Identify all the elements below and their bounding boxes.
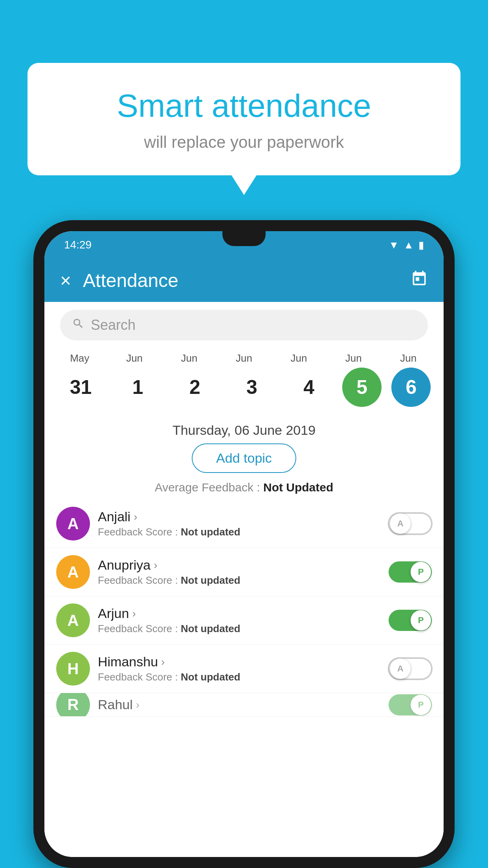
student-name-himanshu: Himanshu › xyxy=(98,654,381,669)
status-icons: ▼ ▲ ▮ xyxy=(389,239,424,251)
phone-screen: 14:29 ▼ ▲ ▮ × Attendance xyxy=(44,231,444,857)
month-6[interactable]: Jun xyxy=(385,352,432,364)
student-info-anupriya: Anupriya › Feedback Score : Not updated xyxy=(98,557,381,587)
wifi-icon: ▼ xyxy=(389,239,399,251)
student-item-anupriya[interactable]: A Anupriya › Feedback Score : Not update… xyxy=(44,548,444,596)
calendar-icon[interactable] xyxy=(411,270,428,291)
search-bar[interactable]: Search xyxy=(60,310,428,340)
month-3[interactable]: Jun xyxy=(220,352,268,364)
toggle-himanshu[interactable]: A xyxy=(389,658,432,679)
student-item-rahul[interactable]: R Rahul › P xyxy=(44,693,444,717)
search-icon xyxy=(72,317,84,333)
avatar-arjun: A xyxy=(56,603,90,637)
search-placeholder: Search xyxy=(91,317,136,333)
avatar-himanshu: H xyxy=(56,652,90,686)
battery-icon: ▮ xyxy=(418,239,424,251)
student-info-rahul: Rahul › xyxy=(98,697,381,712)
chevron-anjali: › xyxy=(134,511,137,523)
month-5[interactable]: Jun xyxy=(330,352,377,364)
bubble-title: Smart attendance xyxy=(59,86,429,125)
student-feedback-anupriya: Feedback Score : Not updated xyxy=(98,574,381,587)
student-item-arjun[interactable]: A Arjun › Feedback Score : Not updated xyxy=(44,596,444,645)
student-name-arjun: Arjun › xyxy=(98,606,381,621)
student-info-arjun: Arjun › Feedback Score : Not updated xyxy=(98,606,381,635)
student-info-anjali: Anjali › Feedback Score : Not updated xyxy=(98,509,381,538)
content-area: Thursday, 06 June 2019 Add topic Average… xyxy=(44,415,444,857)
date-31[interactable]: 31 xyxy=(57,376,105,399)
notch-cutout xyxy=(222,231,266,246)
app-header: × Attendance xyxy=(44,259,444,302)
toggle-arjun[interactable]: P xyxy=(389,610,432,631)
date-2[interactable]: 2 xyxy=(171,376,218,399)
avg-feedback-label: Average Feedback : xyxy=(155,481,260,494)
status-time: 14:29 xyxy=(64,239,92,251)
toggle-anupriya[interactable]: P xyxy=(389,561,432,583)
student-item-anjali[interactable]: A Anjali › Feedback Score : Not updated xyxy=(44,500,444,548)
toggle-rahul[interactable]: P xyxy=(389,694,432,715)
student-list: A Anjali › Feedback Score : Not updated xyxy=(44,500,444,857)
date-1[interactable]: 1 xyxy=(114,376,161,399)
student-item-himanshu[interactable]: H Himanshu › Feedback Score : Not update… xyxy=(44,645,444,693)
chevron-anupriya: › xyxy=(154,559,157,572)
selected-date: Thursday, 06 June 2019 xyxy=(44,415,444,443)
date-4[interactable]: 4 xyxy=(285,376,332,399)
chevron-rahul: › xyxy=(136,699,139,711)
avatar-anjali: A xyxy=(56,507,90,541)
close-button[interactable]: × xyxy=(60,270,71,291)
student-info-himanshu: Himanshu › Feedback Score : Not updated xyxy=(98,654,381,683)
date-6-selected-blue[interactable]: 6 xyxy=(391,368,431,407)
search-container: Search xyxy=(44,302,444,348)
status-bar: 14:29 ▼ ▲ ▮ xyxy=(44,231,444,259)
student-name-rahul: Rahul › xyxy=(98,697,381,712)
date-numbers-row: 31 1 2 3 4 5 6 xyxy=(52,368,436,407)
chevron-himanshu: › xyxy=(161,656,165,668)
student-feedback-himanshu: Feedback Score : Not updated xyxy=(98,671,381,683)
month-4[interactable]: Jun xyxy=(275,352,322,364)
month-2[interactable]: Jun xyxy=(166,352,213,364)
toggle-thumb-arjun: P xyxy=(411,610,431,631)
avg-feedback-value: Not Updated xyxy=(263,481,333,494)
speech-bubble-container: Smart attendance will replace your paper… xyxy=(28,63,460,175)
toggle-thumb-rahul: P xyxy=(411,695,431,715)
toggle-thumb-anjali: A xyxy=(390,513,411,534)
date-selector: May Jun Jun Jun Jun Jun Jun 31 1 2 3 4 5… xyxy=(44,348,444,415)
speech-bubble: Smart attendance will replace your paper… xyxy=(28,63,460,175)
student-feedback-anjali: Feedback Score : Not updated xyxy=(98,526,381,538)
month-1[interactable]: Jun xyxy=(111,352,158,364)
student-feedback-arjun: Feedback Score : Not updated xyxy=(98,623,381,635)
bubble-subtitle: will replace your paperwork xyxy=(59,133,429,152)
student-name-anjali: Anjali › xyxy=(98,509,381,524)
toggle-thumb-himanshu: A xyxy=(390,658,411,679)
avatar-rahul: R xyxy=(56,693,90,717)
phone-outer: 14:29 ▼ ▲ ▮ × Attendance xyxy=(33,220,455,868)
app-title: Attendance xyxy=(83,270,411,291)
date-5-selected-green[interactable]: 5 xyxy=(342,368,382,407)
date-months-row: May Jun Jun Jun Jun Jun Jun xyxy=(52,352,436,364)
student-name-anupriya: Anupriya › xyxy=(98,557,381,573)
signal-icon: ▲ xyxy=(404,239,414,251)
add-topic-button[interactable]: Add topic xyxy=(192,443,296,473)
toggle-thumb-anupriya: P xyxy=(411,562,431,582)
date-3[interactable]: 3 xyxy=(228,376,275,399)
chevron-arjun: › xyxy=(132,607,136,620)
month-0[interactable]: May xyxy=(56,352,103,364)
avg-feedback: Average Feedback : Not Updated xyxy=(44,481,444,494)
avatar-anupriya: A xyxy=(56,555,90,589)
phone-container: 14:29 ▼ ▲ ▮ × Attendance xyxy=(33,220,455,868)
toggle-anjali[interactable]: A xyxy=(389,513,432,534)
